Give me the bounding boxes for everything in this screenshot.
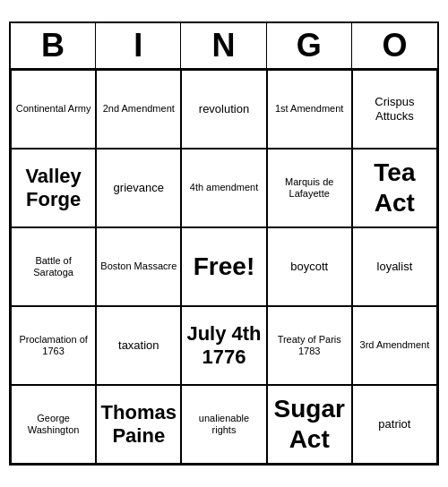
bingo-cell-14[interactable]: loyalist xyxy=(352,227,437,306)
header-n: N xyxy=(181,23,266,68)
bingo-cell-4[interactable]: Crispus Attucks xyxy=(352,70,437,149)
bingo-cell-8[interactable]: Marquis de Lafayette xyxy=(267,149,352,227)
bingo-cell-17[interactable]: July 4th 1776 xyxy=(181,306,266,385)
bingo-cell-23[interactable]: Sugar Act xyxy=(267,385,352,464)
bingo-cell-13[interactable]: boycott xyxy=(267,227,352,306)
header-b: B xyxy=(11,23,96,68)
bingo-cell-24[interactable]: patriot xyxy=(352,385,437,464)
bingo-cell-12[interactable]: Free! xyxy=(181,227,266,306)
bingo-cell-15[interactable]: Proclamation of 1763 xyxy=(11,306,96,385)
bingo-cell-11[interactable]: Boston Massacre xyxy=(96,227,181,306)
bingo-header: B I N G O xyxy=(11,23,437,70)
bingo-cell-7[interactable]: 4th amendment xyxy=(181,149,266,227)
bingo-cell-0[interactable]: Continental Army xyxy=(11,70,96,149)
bingo-cell-6[interactable]: grievance xyxy=(96,149,181,227)
bingo-cell-9[interactable]: Tea Act xyxy=(352,149,437,227)
bingo-card: B I N G O Continental Army2nd Amendmentr… xyxy=(9,21,439,466)
bingo-cell-18[interactable]: Treaty of Paris 1783 xyxy=(267,306,352,385)
bingo-cell-19[interactable]: 3rd Amendment xyxy=(352,306,437,385)
bingo-cell-22[interactable]: unalienable rights xyxy=(181,385,266,464)
bingo-cell-1[interactable]: 2nd Amendment xyxy=(96,70,181,149)
bingo-cell-20[interactable]: George Washington xyxy=(11,385,96,464)
bingo-cell-10[interactable]: Battle of Saratoga xyxy=(11,227,96,306)
header-o: O xyxy=(352,23,437,68)
bingo-cell-2[interactable]: revolution xyxy=(181,70,266,149)
bingo-cell-16[interactable]: taxation xyxy=(96,306,181,385)
header-g: G xyxy=(267,23,352,68)
bingo-cell-21[interactable]: Thomas Paine xyxy=(96,385,181,464)
bingo-cell-3[interactable]: 1st Amendment xyxy=(267,70,352,149)
bingo-cell-5[interactable]: Valley Forge xyxy=(11,149,96,227)
bingo-grid: Continental Army2nd Amendmentrevolution1… xyxy=(11,70,437,464)
header-i: I xyxy=(96,23,181,68)
